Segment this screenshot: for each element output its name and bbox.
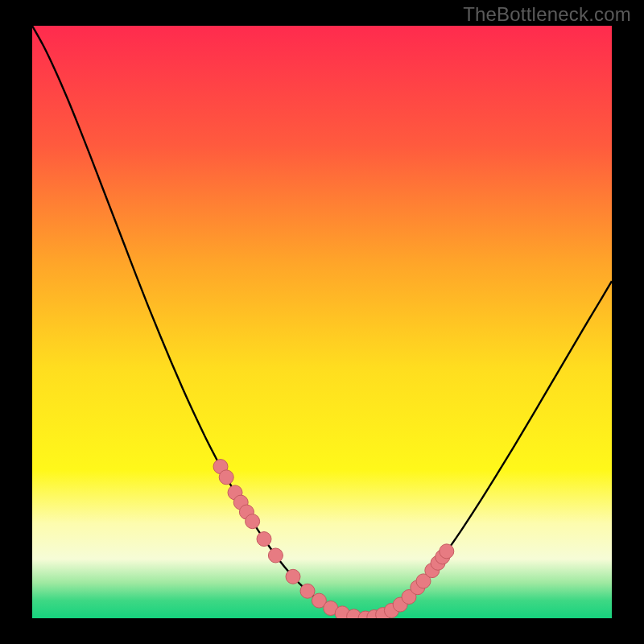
bottleneck-chart: [0, 0, 644, 644]
sample-dot: [300, 584, 315, 598]
sample-dot: [219, 470, 233, 485]
watermark-text: TheBottleneck.com: [463, 3, 631, 26]
sample-dot: [286, 569, 300, 584]
sample-dot: [268, 548, 283, 563]
sample-dot: [257, 532, 271, 547]
chart-frame: { "watermark": "TheBottleneck.com", "col…: [0, 0, 644, 644]
gradient-background: [32, 26, 612, 618]
sample-dot: [440, 544, 454, 559]
sample-dot: [246, 514, 260, 529]
